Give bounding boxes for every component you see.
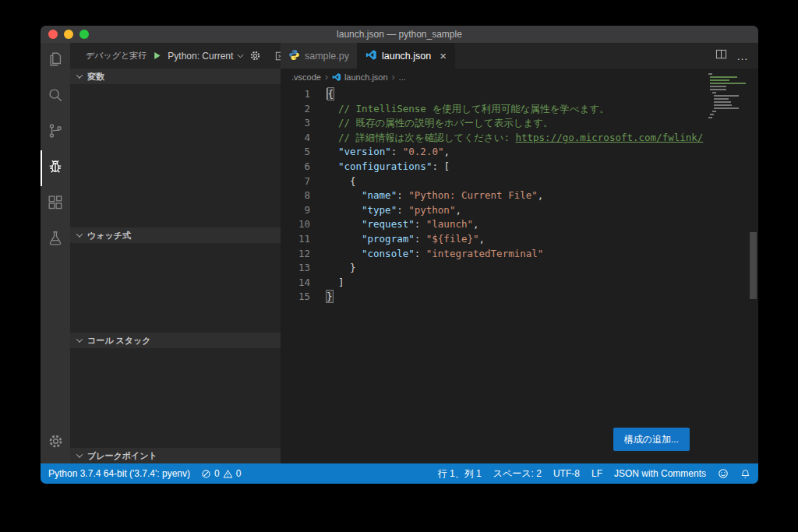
cursor-position-status[interactable]: 行 1、列 1 xyxy=(438,467,482,481)
activity-extensions[interactable] xyxy=(41,186,70,222)
code-line[interactable]: 3// 既存の属性の説明をホバーして表示します。 xyxy=(281,116,758,131)
code-line[interactable]: 2// IntelliSense を使用して利用可能な属性を学べます。 xyxy=(281,102,758,117)
flask-icon xyxy=(47,230,64,250)
chevron-down-icon xyxy=(76,451,83,457)
minimize-button[interactable] xyxy=(64,30,73,39)
scrollbar-thumb[interactable] xyxy=(750,232,757,299)
tab-label: launch.json xyxy=(382,51,431,62)
section-breakpoints[interactable]: ブレークポイント xyxy=(70,448,281,463)
feedback-button[interactable] xyxy=(718,468,729,479)
add-configuration-button[interactable]: 構成の追加... xyxy=(613,428,690,451)
debug-config-label: Python: Current xyxy=(168,51,233,62)
section-label: コール スタック xyxy=(87,335,151,347)
activity-search[interactable] xyxy=(41,79,70,115)
code-line[interactable]: 4// 詳細情報は次を確認してください: https://go.microsof… xyxy=(281,131,758,146)
titlebar[interactable]: launch.json — python_sample xyxy=(41,26,758,43)
code-lines: 1{2// IntelliSense を使用して利用可能な属性を学べます。3//… xyxy=(281,87,758,305)
bell-icon xyxy=(740,469,750,479)
tab-actions: … xyxy=(706,43,758,69)
launch-config-gear-button[interactable] xyxy=(249,48,261,64)
vscode-window: launch.json — python_sample xyxy=(41,26,758,484)
tab-close-icon[interactable]: × xyxy=(440,50,447,62)
debug-console-button[interactable] xyxy=(275,48,281,64)
activity-explorer[interactable] xyxy=(41,43,70,79)
activity-run-debug[interactable] xyxy=(41,150,70,186)
section-label: ウォッチ式 xyxy=(87,230,131,241)
code-line[interactable]: 7{ xyxy=(281,174,758,189)
breadcrumb-file[interactable]: launch.json xyxy=(332,72,388,82)
status-bar: Python 3.7.4 64-bit ('3.7.4': pyenv) 0 0… xyxy=(41,463,758,484)
problems-status[interactable]: 0 0 xyxy=(201,468,241,479)
search-icon xyxy=(47,86,64,107)
debug-toolbar: デバッグと実行 Python: Current xyxy=(70,43,281,69)
minimap[interactable] xyxy=(707,71,747,120)
warning-icon xyxy=(223,469,233,479)
debug-config-selector[interactable]: Python: Current xyxy=(168,51,244,62)
code-line[interactable]: 13} xyxy=(281,261,758,276)
code-line[interactable]: 15} xyxy=(281,290,758,305)
editor-more-actions-button[interactable]: … xyxy=(736,49,749,62)
error-count: 0 xyxy=(214,468,220,479)
code-line[interactable]: 5"version": "0.2.0", xyxy=(281,145,758,160)
close-button[interactable] xyxy=(48,30,58,39)
vscode-config-icon xyxy=(332,72,341,82)
split-editor-icon xyxy=(715,48,727,60)
split-editor-button[interactable] xyxy=(715,48,727,63)
code-line[interactable]: 10"request": "launch", xyxy=(281,217,758,232)
manage-gear-button[interactable] xyxy=(41,428,70,457)
sidebar-title: デバッグと実行 xyxy=(86,50,147,62)
section-call-stack[interactable]: コール スタック xyxy=(70,333,281,348)
python-file-icon xyxy=(288,49,300,63)
zoom-button[interactable] xyxy=(79,30,89,39)
files-icon xyxy=(47,51,64,71)
source-control-icon xyxy=(47,122,64,143)
play-icon xyxy=(152,51,162,61)
debug-console-icon xyxy=(275,51,281,62)
section-label: ブレークポイント xyxy=(87,450,157,462)
editor-area: sample.py launch.json × … .vscode › laun… xyxy=(281,43,758,463)
code-line[interactable]: 9"type": "python", xyxy=(281,203,758,218)
breadcrumb-symbol[interactable]: ... xyxy=(399,72,406,82)
extensions-icon xyxy=(47,194,64,214)
tab-bar: sample.py launch.json × … xyxy=(281,43,758,69)
code-line[interactable]: 14] xyxy=(281,276,758,291)
activity-bar xyxy=(41,43,70,463)
gear-icon xyxy=(48,433,64,453)
breadcrumb-folder[interactable]: .vscode xyxy=(291,72,321,82)
code-line[interactable]: 6"configurations": [ xyxy=(281,160,758,174)
call-stack-panel[interactable] xyxy=(70,348,281,448)
section-watch[interactable]: ウォッチ式 xyxy=(70,227,281,243)
warning-count: 0 xyxy=(236,468,242,479)
code-line[interactable]: 8"name": "Python: Current File", xyxy=(281,188,758,203)
encoding-status[interactable]: UTF-8 xyxy=(553,468,580,479)
traffic-lights xyxy=(48,30,89,39)
activity-source-control[interactable] xyxy=(41,115,70,150)
chevron-down-icon xyxy=(237,54,244,58)
chevron-right-icon: › xyxy=(325,72,328,83)
eol-status[interactable]: LF xyxy=(591,468,602,479)
window-title: launch.json — python_sample xyxy=(41,29,758,40)
gear-icon xyxy=(249,50,261,62)
activity-testing[interactable] xyxy=(41,222,70,258)
start-debugging-button[interactable] xyxy=(152,48,162,64)
notifications-button[interactable] xyxy=(740,469,750,479)
breadcrumb: .vscode › launch.json › ... xyxy=(281,69,758,86)
language-mode-status[interactable]: JSON with Comments xyxy=(614,468,706,479)
python-interpreter-status[interactable]: Python 3.7.4 64-bit ('3.7.4': pyenv) xyxy=(48,468,190,479)
watch-panel[interactable] xyxy=(70,243,281,333)
chevron-right-icon: › xyxy=(392,72,395,83)
indentation-status[interactable]: スペース: 2 xyxy=(493,467,542,481)
smiley-icon xyxy=(718,468,729,479)
tab-launch-json[interactable]: launch.json × xyxy=(358,43,455,69)
code-line[interactable]: 1{ xyxy=(281,87,758,102)
code-line[interactable]: 12"console": "integratedTerminal" xyxy=(281,247,758,262)
tab-label: sample.py xyxy=(305,51,349,62)
tab-sample-py[interactable]: sample.py xyxy=(281,43,358,69)
error-icon xyxy=(201,469,211,479)
code-editor[interactable]: 1{2// IntelliSense を使用して利用可能な属性を学べます。3//… xyxy=(281,86,758,463)
section-label: 変数 xyxy=(87,71,104,83)
variables-panel[interactable] xyxy=(70,84,281,227)
code-line[interactable]: 11"program": "${file}", xyxy=(281,232,758,247)
chevron-down-icon xyxy=(76,72,83,78)
section-variables[interactable]: 変数 xyxy=(70,69,281,84)
